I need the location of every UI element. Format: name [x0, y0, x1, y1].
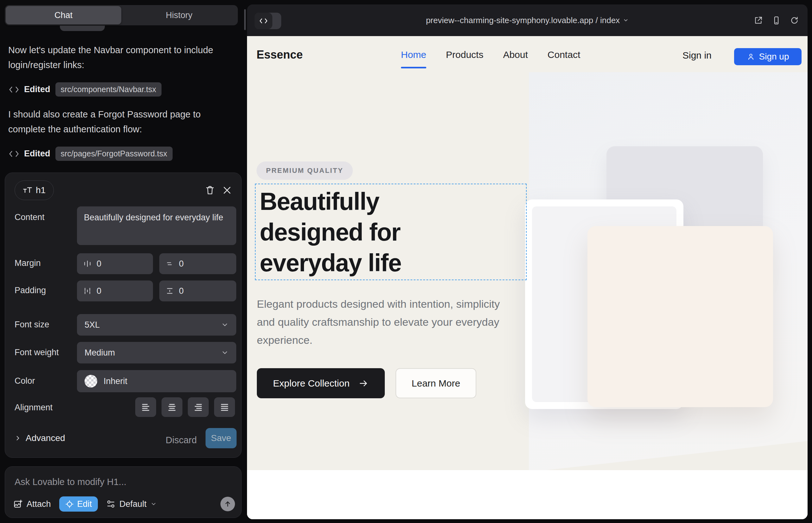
code-icon: [9, 150, 19, 157]
image-plus-icon: [13, 499, 23, 509]
align-right-button[interactable]: [188, 397, 209, 417]
margin-x-input[interactable]: 0: [77, 253, 153, 274]
arrow-up-icon: [224, 500, 231, 508]
edited-label: Edited: [24, 85, 50, 94]
chevron-down-icon: [221, 321, 229, 329]
preview-browser-bar: preview--charming-site-symphony.lovable.…: [247, 4, 808, 36]
delete-element-button[interactable]: [203, 183, 217, 198]
align-right-icon: [194, 402, 203, 412]
discard-button[interactable]: Discard: [166, 435, 197, 446]
preview-url[interactable]: preview--charming-site-symphony.lovable.…: [247, 4, 808, 36]
sign-in-link[interactable]: Sign in: [683, 50, 712, 61]
font-size-value: 5XL: [85, 320, 100, 330]
learn-more-button[interactable]: Learn More: [395, 368, 476, 398]
chat-composer: Ask Lovable to modify H1... Attach Edit …: [5, 466, 242, 518]
margin-y-value: 0: [179, 259, 184, 269]
content-input[interactable]: Beautifully designed for everyday life: [77, 206, 236, 245]
content-label: Content: [15, 213, 45, 222]
nav-link-home[interactable]: Home: [401, 49, 426, 65]
chevron-down-icon: [221, 349, 229, 357]
decor-card-beige: [587, 226, 773, 407]
align-justify-button[interactable]: [214, 397, 235, 417]
selected-h1-outline[interactable]: Beautifully designed for everyday life: [255, 184, 527, 280]
file-path-badge[interactable]: src/pages/ForgotPassword.tsx: [55, 147, 173, 161]
alignment-label: Alignment: [15, 403, 53, 413]
padding-vertical-icon: [166, 287, 174, 295]
advanced-label: Advanced: [26, 433, 65, 443]
color-swatch: [85, 375, 97, 387]
site-brand[interactable]: Essence: [257, 48, 303, 61]
site-viewport: Essence Home Products About Contact Sign…: [247, 36, 808, 519]
chat-sidebar: Chat History Now let's update the Navbar…: [0, 0, 246, 523]
sign-up-button[interactable]: Sign up: [734, 48, 801, 65]
alignment-buttons: [135, 397, 235, 417]
mobile-preview-icon[interactable]: [772, 16, 781, 25]
advanced-toggle[interactable]: Advanced: [15, 433, 65, 443]
close-icon: [222, 185, 232, 195]
margin-horizontal-icon: [83, 259, 91, 268]
sidebar-scrollbar[interactable]: [244, 9, 246, 30]
edited-file-row[interactable]: Edited src/pages/ForgotPassword.tsx: [9, 147, 173, 161]
site-nav-links: Home Products About Contact: [401, 49, 580, 65]
nav-link-contact[interactable]: Contact: [548, 49, 580, 65]
locate-icon: [65, 500, 74, 508]
chevron-right-icon: [15, 435, 21, 441]
element-editor-panel: h1 Content Beautifully designed for ever…: [5, 173, 242, 458]
arrow-right-icon: [358, 378, 369, 389]
save-button[interactable]: Save: [206, 428, 236, 448]
selected-element-tag[interactable]: h1: [15, 180, 54, 200]
hero-badge: PREMIUM QUALITY: [257, 161, 353, 180]
margin-y-input[interactable]: 0: [159, 253, 236, 274]
open-external-icon[interactable]: [754, 16, 763, 25]
clipped-chat-badge: [60, 26, 105, 31]
align-center-button[interactable]: [161, 397, 182, 417]
padding-x-input[interactable]: 0: [77, 281, 153, 301]
font-size-select[interactable]: 5XL: [77, 314, 236, 336]
margin-label: Margin: [15, 258, 41, 268]
margin-vertical-icon: [166, 259, 174, 268]
edit-mode-button[interactable]: Edit: [59, 497, 98, 511]
color-label: Color: [15, 376, 35, 386]
padding-x-value: 0: [96, 286, 101, 296]
explore-collection-button[interactable]: Explore Collection: [257, 368, 385, 398]
explore-label: Explore Collection: [273, 378, 350, 389]
align-left-button[interactable]: [135, 397, 156, 417]
close-editor-button[interactable]: [220, 183, 234, 198]
browser-actions: [754, 4, 799, 36]
padding-label: Padding: [15, 286, 46, 295]
default-label: Default: [119, 499, 147, 509]
send-button[interactable]: [220, 497, 235, 511]
font-weight-label: Font weight: [15, 348, 59, 357]
default-mode-select[interactable]: Default: [106, 499, 157, 509]
heading-line: designed for: [260, 217, 401, 248]
color-value: Inherit: [104, 376, 127, 386]
padding-y-input[interactable]: 0: [159, 281, 236, 301]
color-select[interactable]: Inherit: [77, 370, 236, 392]
attach-label: Attach: [27, 499, 51, 509]
tab-chat[interactable]: Chat: [6, 6, 121, 24]
chevron-down-icon: [623, 17, 629, 23]
attach-button[interactable]: Attach: [13, 499, 51, 509]
nav-link-about[interactable]: About: [503, 49, 528, 65]
sliders-icon: [106, 499, 116, 509]
section-below-hero: [247, 470, 808, 519]
chat-history-tabs: Chat History: [5, 5, 238, 25]
chevron-down-icon: [151, 501, 157, 507]
code-icon: [9, 86, 19, 93]
tag-name: h1: [36, 185, 46, 195]
tab-history[interactable]: History: [121, 6, 237, 24]
heading-line: everyday life: [260, 248, 401, 278]
margin-x-value: 0: [96, 259, 101, 269]
edited-file-row[interactable]: Edited src/components/Navbar.tsx: [9, 82, 161, 96]
refresh-icon[interactable]: [790, 16, 799, 25]
font-weight-select[interactable]: Medium: [77, 342, 236, 363]
align-justify-icon: [220, 402, 229, 412]
hero-heading[interactable]: Beautifully designed for everyday life: [260, 186, 401, 278]
hero-cta-row: Explore Collection Learn More: [257, 368, 476, 398]
hero-paragraph: Elegant products designed with intention…: [257, 295, 513, 349]
edit-label: Edit: [77, 499, 92, 509]
lovable-app: Chat History Now let's update the Navbar…: [0, 0, 812, 523]
file-path-badge[interactable]: src/components/Navbar.tsx: [55, 82, 162, 96]
nav-link-products[interactable]: Products: [446, 49, 483, 65]
composer-input[interactable]: Ask Lovable to modify H1...: [15, 477, 126, 487]
